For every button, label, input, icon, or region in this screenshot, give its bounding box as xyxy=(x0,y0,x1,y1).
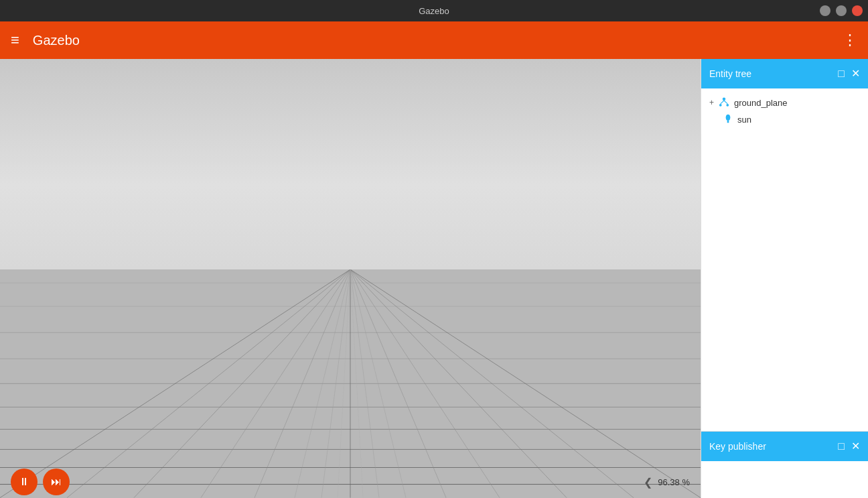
key-publisher-header: Key publisher □ ✕ xyxy=(701,432,868,461)
key-publisher-actions: □ ✕ xyxy=(838,441,860,452)
svg-point-27 xyxy=(723,98,726,101)
entity-label-sun: sun xyxy=(737,115,751,125)
svg-point-28 xyxy=(719,104,722,107)
zoom-chevron-icon[interactable]: ❮ xyxy=(644,476,652,489)
key-publisher-content xyxy=(701,461,868,498)
pause-button[interactable]: ⏸ xyxy=(11,469,38,495)
fast-forward-button[interactable]: ⏭ xyxy=(43,469,70,495)
key-publisher-title: Key publisher xyxy=(709,441,766,452)
app-bar: ≡ Gazebo ⋮ xyxy=(0,21,868,59)
zoom-info: ❮ 96.38 % xyxy=(644,476,690,489)
model-icon xyxy=(718,97,730,109)
key-publisher-maximize-button[interactable]: □ xyxy=(838,441,845,452)
title-bar: Gazebo — □ ✕ xyxy=(0,0,868,21)
sky-area xyxy=(0,59,701,269)
menu-icon[interactable]: ≡ xyxy=(11,32,19,49)
entity-item-ground-plane[interactable]: + ground_plane xyxy=(704,94,865,111)
ground-area xyxy=(0,269,701,498)
entity-tree-header: Entity tree □ ✕ xyxy=(701,59,868,88)
svg-line-30 xyxy=(721,101,724,104)
key-publisher-panel: Key publisher □ ✕ xyxy=(701,431,868,498)
perspective-grid xyxy=(0,269,701,498)
entity-tree-panel: Entity tree □ ✕ + groun xyxy=(701,59,868,431)
svg-point-29 xyxy=(726,104,729,107)
3d-viewport[interactable]: ⏸ ⏭ ❮ 96.38 % xyxy=(0,59,701,498)
window-controls: — □ ✕ xyxy=(820,0,863,21)
main-layout: ⏸ ⏭ ❮ 96.38 % Entity tree □ ✕ + xyxy=(0,59,868,498)
entity-tree-maximize-button[interactable]: □ xyxy=(838,68,845,79)
window-title: Gazebo xyxy=(419,6,449,16)
right-panel: Entity tree □ ✕ + groun xyxy=(701,59,868,498)
more-options-icon[interactable]: ⋮ xyxy=(843,32,857,49)
svg-rect-33 xyxy=(727,121,729,123)
entity-tree-close-button[interactable]: ✕ xyxy=(851,68,860,79)
close-button[interactable]: ✕ xyxy=(852,5,863,16)
svg-point-32 xyxy=(726,115,731,121)
svg-line-31 xyxy=(724,101,727,104)
entity-tree-content: + ground_plane sun xyxy=(701,88,868,265)
entity-label-ground-plane: ground_plane xyxy=(734,98,788,108)
light-icon xyxy=(723,114,733,125)
zoom-level: 96.38 % xyxy=(658,477,690,487)
minimize-button[interactable]: — xyxy=(820,5,830,16)
app-title: Gazebo xyxy=(33,33,80,48)
maximize-button[interactable]: □ xyxy=(836,5,847,16)
entity-tree-title: Entity tree xyxy=(709,68,751,79)
entity-tree-actions: □ ✕ xyxy=(838,68,860,79)
bottom-bar: ⏸ ⏭ ❮ 96.38 % xyxy=(0,466,701,498)
entity-item-sun[interactable]: sun xyxy=(704,111,865,127)
key-publisher-close-button[interactable]: ✕ xyxy=(851,441,860,452)
playback-controls: ⏸ ⏭ xyxy=(11,469,70,495)
entity-tree-spacer xyxy=(701,265,868,432)
expand-icon: + xyxy=(709,98,714,107)
